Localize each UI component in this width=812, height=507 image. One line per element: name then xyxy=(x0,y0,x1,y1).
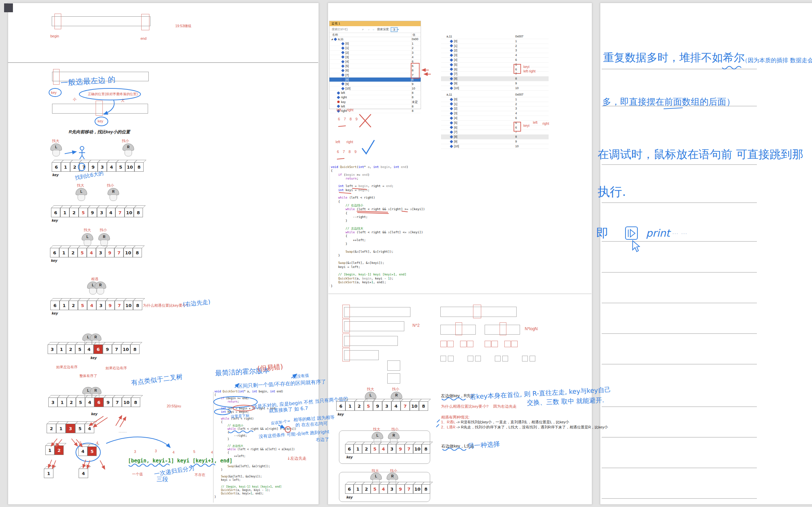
watch-row[interactable]: left 8 xyxy=(329,104,421,109)
watch-panel-b: a,11 0x007 [0] 1 [1] 2 [2] 3 [3] 4 [4] xyxy=(441,92,549,146)
panelB-keyi-note: keyi xyxy=(523,124,530,128)
watch-row[interactable]: [1] 2 xyxy=(329,46,421,50)
array-cell: 5 xyxy=(371,484,379,494)
depth-caret-icon[interactable]: ▾ xyxy=(397,26,399,33)
watch-row[interactable]: [7] 7 xyxy=(441,130,549,135)
watch-row[interactable]: [10] 10 xyxy=(441,144,549,149)
array-cell: 5 xyxy=(75,424,85,433)
find-small-label-d1: 找小 xyxy=(122,139,129,143)
array-cell: 4 xyxy=(79,469,88,478)
watch-row[interactable]: right 8 xyxy=(329,109,421,113)
watch-row[interactable]: [9] 9 xyxy=(441,139,549,144)
variable-icon xyxy=(341,47,345,50)
quicksort-code: void QuickSort(int* a, int begin, int en… xyxy=(331,165,425,288)
watch-search-bar[interactable]: 搜索(Ctrl+E) ⌕ ← → 搜索深度: 3 ▾ xyxy=(329,26,421,33)
watch-value: 4 xyxy=(515,111,517,116)
watch-row[interactable]: [0] 1 xyxy=(441,39,549,44)
watch-name: [1] xyxy=(345,46,349,50)
watch-row[interactable]: [5] 6 xyxy=(441,63,549,67)
watch-row[interactable]: [3] 4 xyxy=(441,53,549,58)
watch-row[interactable]: [2] 3 xyxy=(441,48,549,53)
hand-left-1: left xyxy=(337,108,341,112)
watch-value: 8 xyxy=(515,135,517,139)
array-cell: 10 xyxy=(122,398,131,407)
watch-row[interactable]: [0] 1 xyxy=(329,41,421,46)
watch-row[interactable]: key 未定 xyxy=(329,100,421,104)
right-sorted-note: 如果右边有序 xyxy=(105,366,127,371)
watch-name: [8] xyxy=(454,135,457,139)
watch-row[interactable]: [6] 6 xyxy=(441,125,549,130)
watch-row[interactable]: [8] 6 xyxy=(329,78,421,82)
nlogn-label: N*logN xyxy=(525,326,538,331)
whole-sorted-note: 整体有序了 xyxy=(79,374,97,378)
watch-row[interactable]: right 8 xyxy=(329,95,421,100)
array-cell: 7 xyxy=(114,248,124,257)
watch-row[interactable]: [0] 1 xyxy=(441,97,549,102)
array-cell: 8 xyxy=(134,208,143,217)
find-small-m1: 找小 xyxy=(392,387,399,392)
watch-row[interactable]: a,11 0x007 xyxy=(441,34,549,39)
watch-row[interactable]: [9] 9 xyxy=(441,81,549,86)
watch-name: [7] xyxy=(454,130,457,134)
watch-row[interactable]: [4] 6 xyxy=(441,58,549,63)
back-arrow-icon[interactable]: ← xyxy=(368,26,371,33)
watch-row[interactable]: a,11 0x007 xyxy=(441,92,549,97)
array-cell: 9 xyxy=(396,444,405,454)
array-cell: 2 xyxy=(362,444,371,454)
forward-arrow-icon[interactable]: → xyxy=(372,26,375,33)
watch-row[interactable]: [6] 8 xyxy=(329,68,421,73)
watch-name: [3] xyxy=(345,55,349,59)
watch-row[interactable]: [5] 6 xyxy=(441,121,549,125)
meet-label: 相遇 xyxy=(91,277,98,282)
watch-row[interactable]: [7] 7 xyxy=(329,73,421,78)
nlogn-sq xyxy=(491,341,498,347)
array-cell: 1 xyxy=(61,162,70,172)
nlogn-leaf xyxy=(502,356,508,361)
correct-position-note: 正确的位置(排好序最终落的位置) xyxy=(88,92,138,97)
array-cell: 10 xyxy=(413,484,422,494)
watch-row[interactable]: [1] 2 xyxy=(441,44,549,49)
watch-row[interactable]: left 8 xyxy=(329,91,421,95)
nlogn-leaf xyxy=(530,356,535,361)
variable-icon xyxy=(450,98,453,101)
array-leaf2: 4 xyxy=(79,469,88,478)
watch-row[interactable]: [10] 10 xyxy=(329,86,421,91)
watch-value: 6 xyxy=(515,121,517,125)
array-cell: 1 xyxy=(60,301,69,310)
n2-pivot-2 xyxy=(342,319,350,333)
key-label-d2: key xyxy=(52,218,58,222)
array-cell: 5 xyxy=(78,248,87,257)
watch-row[interactable]: ◢ a,11 0x00 xyxy=(329,37,421,41)
panelB-right-note: right xyxy=(542,122,549,125)
watch-name: [2] xyxy=(454,106,457,111)
not-exist-note: 不存在 xyxy=(195,473,206,477)
watch-row[interactable]: [2] 3 xyxy=(441,106,549,111)
array-level2: 21354 xyxy=(47,424,94,433)
watch-row[interactable]: [10] 10 xyxy=(441,86,549,91)
watch-row[interactable]: [4] 6 xyxy=(441,116,549,121)
ruled-line xyxy=(602,333,757,334)
search-input[interactable]: 搜索(Ctrl+E) xyxy=(332,26,348,33)
watch-row[interactable]: [4] 6 xyxy=(329,60,421,64)
watch-value: 9 xyxy=(515,81,517,86)
ruled-line xyxy=(602,364,757,365)
right-note-page xyxy=(600,3,812,505)
watch-row[interactable]: [3] 4 xyxy=(441,111,549,116)
watch-row[interactable]: [9] 9 xyxy=(329,82,421,86)
watch-row[interactable]: [2] 3 xyxy=(329,51,421,55)
split-note-2: 三段 xyxy=(157,475,168,483)
watch-name: [0] xyxy=(454,97,457,102)
page-rule-divider xyxy=(328,293,591,294)
watch-value: 3 xyxy=(515,106,517,111)
watch-row[interactable]: [1] 2 xyxy=(441,102,549,107)
watch-row[interactable]: [8] 8 xyxy=(441,77,549,81)
watch-name: [4] xyxy=(454,116,457,120)
watch-name: [10] xyxy=(454,144,459,149)
nlogn-pivot-l xyxy=(455,322,462,335)
watch-row[interactable]: [8] 8 xyxy=(441,135,549,139)
watch-row[interactable]: [5] 6 xyxy=(329,64,421,68)
panelA-leftright-note: left right xyxy=(523,69,536,73)
watch-name: [7] xyxy=(345,73,349,77)
watch-row[interactable]: [3] 4 xyxy=(329,55,421,60)
search-depth-select[interactable]: 3 xyxy=(391,27,397,32)
